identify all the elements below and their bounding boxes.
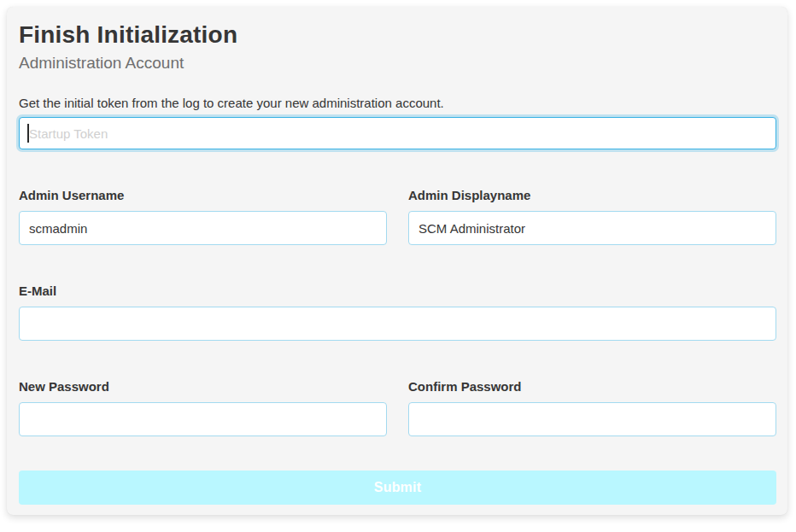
admin-username-input[interactable] <box>19 211 387 245</box>
initialization-card: Finish Initialization Administration Acc… <box>7 7 787 515</box>
page-subtitle: Administration Account <box>19 53 776 73</box>
admin-displayname-label: Admin Displayname <box>408 187 776 204</box>
admin-displayname-input[interactable] <box>408 211 776 245</box>
confirm-password-field-group: Confirm Password <box>408 378 776 436</box>
email-field-group: E-Mail <box>19 283 776 341</box>
admin-displayname-field-group: Admin Displayname <box>408 187 776 245</box>
email-input[interactable] <box>19 307 776 341</box>
new-password-input[interactable] <box>19 402 387 436</box>
page-title: Finish Initialization <box>19 20 776 50</box>
email-label: E-Mail <box>19 283 776 300</box>
text-cursor-caret <box>27 124 29 143</box>
username-displayname-row: Admin Username Admin Displayname <box>19 187 776 245</box>
submit-button[interactable]: Submit <box>19 471 776 505</box>
password-row: New Password Confirm Password <box>19 378 776 436</box>
new-password-field-group: New Password <box>19 378 387 436</box>
admin-username-label: Admin Username <box>19 187 387 204</box>
startup-token-field-group <box>19 117 776 149</box>
confirm-password-label: Confirm Password <box>408 378 776 395</box>
new-password-label: New Password <box>19 378 387 395</box>
confirm-password-input[interactable] <box>408 402 776 436</box>
admin-username-field-group: Admin Username <box>19 187 387 245</box>
startup-token-input[interactable] <box>19 117 776 149</box>
intro-text: Get the initial token from the log to cr… <box>19 95 776 112</box>
